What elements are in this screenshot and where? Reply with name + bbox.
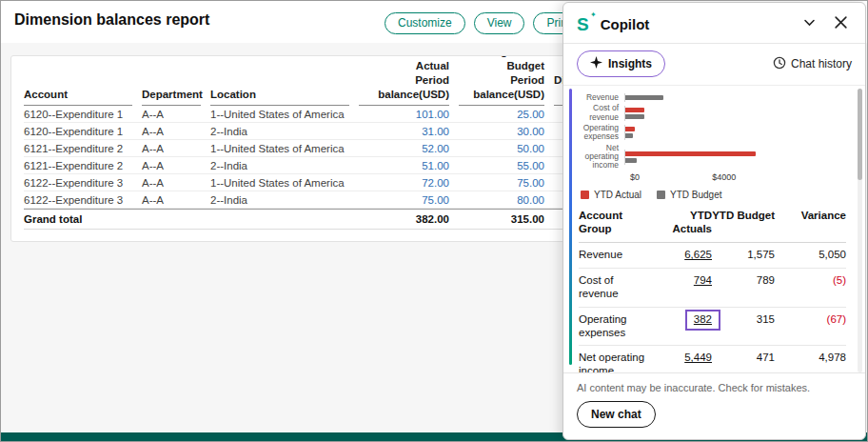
summary-row-operating-expenses: Operating expenses 382 315 (67)	[579, 308, 846, 347]
column-header-location: Location	[210, 75, 349, 106]
column-header-budget: Budget - Std Budget Period balance(USD)	[459, 75, 544, 106]
clock-icon	[773, 56, 786, 72]
summary-table-header: Account Group YTD Actuals YTD Budget Var…	[579, 208, 846, 244]
cell-budget-value[interactable]: 30.00	[459, 123, 544, 139]
table-row: 6121--Expenditure 2 A--A 1--United State…	[24, 140, 595, 157]
cell-actual-value[interactable]: 51.00	[359, 157, 449, 173]
table-row: 6121--Expenditure 2 A--A 2--India 51.00 …	[24, 157, 595, 174]
new-chat-button[interactable]: New chat	[577, 401, 656, 428]
copilot-scrollbar[interactable]	[858, 89, 862, 372]
column-header-account: Account	[24, 75, 132, 106]
cell-location: 2--India	[210, 191, 349, 208]
customize-button[interactable]: Customize	[385, 12, 465, 34]
page-title: Dimension balances report	[14, 11, 209, 29]
cell-location: 1--United States of America	[210, 106, 349, 122]
copilot-scrollbar-thumb[interactable]	[858, 89, 862, 180]
summary-variance-value: 5,050	[775, 249, 846, 262]
insights-button[interactable]: Insights	[577, 50, 665, 77]
sparkle-icon	[590, 56, 602, 71]
cell-actual-value[interactable]: 72.00	[359, 174, 449, 191]
accent-gradient-line	[569, 89, 572, 365]
copilot-content: RevenueCost of revenueOperating expenses…	[563, 86, 865, 372]
cell-account: 6121--Expenditure 2	[24, 157, 132, 173]
copilot-chart-rows: RevenueCost of revenueOperating expenses…	[579, 93, 846, 171]
cell-location: 2--India	[210, 123, 349, 139]
copilot-title: Copilot	[601, 16, 800, 32]
cell-budget-value[interactable]: 75.00	[459, 174, 544, 191]
column-header-department: Department	[142, 75, 201, 106]
summary-actuals-link[interactable]: 6,625	[684, 249, 712, 260]
chart-category-row: Revenue	[579, 93, 846, 102]
summary-table: Account Group YTD Actuals YTD Budget Var…	[579, 208, 846, 372]
legend-item-actual: YTD Actual	[581, 190, 641, 200]
copilot-header: S✦ Copilot	[563, 3, 865, 43]
cell-location: 1--United States of America	[210, 174, 349, 191]
cell-actual-value[interactable]: 101.00	[359, 106, 449, 122]
summary-actuals-link[interactable]: 794	[694, 274, 712, 286]
collapse-panel-button[interactable]	[800, 13, 819, 34]
cell-budget-value[interactable]: 80.00	[459, 191, 544, 208]
view-button[interactable]: View	[474, 12, 525, 34]
summary-budget-value: 1,575	[712, 249, 775, 262]
summary-actuals-link[interactable]: 5,449	[684, 352, 712, 363]
chart-bar-ytd-budget	[625, 95, 663, 100]
chart-axis-tick: $4000	[712, 172, 736, 182]
copilot-panel: S✦ Copilot Insights	[562, 2, 866, 440]
summary-group-label: Net operating income	[579, 352, 649, 372]
cell-actual-value[interactable]: 52.00	[359, 140, 449, 156]
chart-category-label: Net operating income	[579, 144, 624, 171]
summary-budget-value: 315	[712, 313, 775, 327]
chart-axis-tick: $0	[630, 172, 640, 182]
chart-category-label: Revenue	[579, 93, 624, 102]
cell-actual-value[interactable]: 31.00	[359, 123, 449, 139]
summary-group-label: Cost of revenue	[579, 274, 649, 301]
chart-bar-group	[624, 106, 846, 121]
cell-account: 6122--Expenditure 3	[24, 174, 132, 191]
chart-category-label: Operating expenses	[579, 124, 624, 142]
chart-category-row: Net operating income	[579, 144, 846, 171]
report-table-header: Account Department Location Actual Perio…	[24, 75, 595, 106]
copilot-logo-icon: S✦	[577, 15, 589, 33]
chart-bar-ytd-budget	[625, 158, 637, 163]
chart-bar-group	[624, 125, 846, 140]
cell-department: A--A	[142, 140, 201, 156]
cell-budget-value[interactable]: 55.00	[459, 157, 544, 173]
chart-bar-ytd-budget	[625, 133, 633, 138]
dimension-balances-table: Account Department Location Actual Perio…	[24, 75, 595, 230]
new-chat-container: New chat	[563, 398, 865, 439]
legend-swatch-actual	[581, 191, 589, 199]
chart-category-row: Operating expenses	[579, 124, 846, 142]
close-panel-button[interactable]	[832, 13, 850, 34]
chart-category-label: Cost of revenue	[579, 104, 624, 122]
cell-department: A--A	[142, 157, 201, 173]
chart-category-row: Cost of revenue	[579, 104, 846, 122]
chart-bar-ytd-budget	[625, 114, 644, 119]
summary-group-label: Revenue	[579, 249, 649, 262]
column-header-actual: Actual Period balance(USD)	[359, 75, 449, 106]
cell-budget-value[interactable]: 50.00	[459, 140, 544, 156]
table-row: 6120--Expenditure 1 A--A 1--United State…	[24, 106, 595, 123]
summary-variance-value: 4,978	[775, 352, 846, 365]
cell-department: A--A	[142, 106, 201, 122]
table-row: 6120--Expenditure 1 A--A 2--India 31.00 …	[24, 123, 595, 140]
grand-total-budget: 315.00	[459, 210, 544, 229]
chart-bar-group	[624, 150, 846, 165]
cell-actual-value[interactable]: 75.00	[359, 191, 449, 208]
cell-account: 6120--Expenditure 1	[24, 106, 132, 122]
cell-department: A--A	[142, 174, 201, 191]
summary-row-cost-of-revenue: Cost of revenue 794 789 (5)	[579, 269, 846, 308]
chat-history-button[interactable]: Chat history	[773, 56, 852, 72]
close-icon	[834, 15, 848, 32]
cell-location: 1--United States of America	[210, 140, 349, 156]
summary-budget-value: 471	[712, 352, 775, 365]
summary-budget-value: 789	[712, 274, 775, 288]
copilot-chart-axis: $0$4000	[630, 172, 846, 185]
summary-variance-value: (67)	[775, 313, 846, 327]
chart-bar-group	[624, 93, 846, 102]
cell-budget-value[interactable]: 25.00	[459, 106, 544, 122]
legend-item-budget: YTD Budget	[657, 190, 721, 200]
summary-actuals-link[interactable]: 382	[694, 313, 712, 325]
cell-account: 6121--Expenditure 2	[24, 140, 132, 156]
cell-account: 6120--Expenditure 1	[24, 123, 132, 139]
cell-department: A--A	[142, 123, 201, 139]
